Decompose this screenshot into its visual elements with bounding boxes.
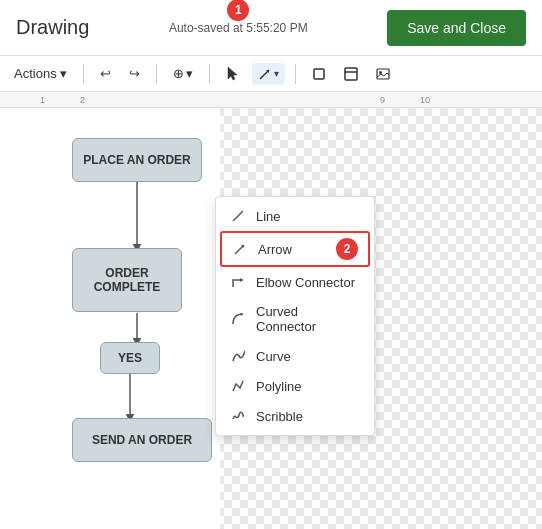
menu-item-curved-label: Curved Connector bbox=[256, 304, 360, 334]
ruler-mark-2: 2 bbox=[80, 95, 85, 105]
arrow-icon bbox=[232, 241, 248, 257]
menu-item-scribble-label: Scribble bbox=[256, 409, 303, 424]
svg-marker-13 bbox=[240, 278, 243, 282]
shape-icon bbox=[312, 67, 326, 81]
menu-item-polyline[interactable]: Polyline bbox=[216, 371, 374, 401]
header: Drawing 1 Auto-saved at 5:55:20 PM Save … bbox=[0, 0, 542, 56]
ruler-mark-1: 1 bbox=[40, 95, 45, 105]
canvas-area: PLACE AN ORDER ORDER COMPLETE YES SEND A… bbox=[0, 108, 542, 529]
ruler-mark-9: 9 bbox=[380, 95, 385, 105]
separator-4 bbox=[295, 64, 296, 84]
line-tool-chevron-icon: ▾ bbox=[274, 68, 279, 79]
badge-2: 2 bbox=[336, 238, 358, 260]
menu-item-curved[interactable]: Curved Connector bbox=[216, 297, 374, 341]
actions-chevron-icon: ▾ bbox=[60, 66, 67, 81]
menu-item-elbow[interactable]: Elbow Connector bbox=[216, 267, 374, 297]
svg-point-6 bbox=[379, 71, 382, 74]
redo-button[interactable]: ↪ bbox=[123, 62, 146, 85]
menu-item-curve[interactable]: Curve bbox=[216, 341, 374, 371]
save-close-button[interactable]: Save and Close bbox=[387, 10, 526, 46]
menu-item-elbow-label: Elbow Connector bbox=[256, 275, 355, 290]
separator-1 bbox=[83, 64, 84, 84]
elbow-connector-icon bbox=[230, 274, 246, 290]
zoom-chevron-icon: ▾ bbox=[186, 66, 193, 81]
flow-box-place-order[interactable]: PLACE AN ORDER bbox=[72, 138, 202, 182]
zoom-icon: ⊕ bbox=[173, 66, 184, 81]
curved-connector-icon bbox=[230, 311, 246, 327]
menu-item-scribble[interactable]: Scribble bbox=[216, 401, 374, 431]
separator-2 bbox=[156, 64, 157, 84]
menu-item-arrow-label: Arrow bbox=[258, 242, 292, 257]
menu-item-polyline-label: Polyline bbox=[256, 379, 302, 394]
flow-box-yes[interactable]: YES bbox=[100, 342, 160, 374]
line-tool-dropdown: Line Arrow 2 Elb bbox=[215, 196, 375, 436]
separator-3 bbox=[209, 64, 210, 84]
shape-tool-button[interactable] bbox=[306, 63, 332, 85]
container-icon bbox=[344, 67, 358, 81]
undo-icon: ↩ bbox=[100, 66, 111, 81]
menu-item-curve-label: Curve bbox=[256, 349, 291, 364]
svg-rect-2 bbox=[314, 69, 324, 79]
svg-rect-3 bbox=[345, 68, 357, 80]
zoom-button[interactable]: ⊕ ▾ bbox=[167, 62, 199, 85]
flow-box-order-complete[interactable]: ORDER COMPLETE bbox=[72, 248, 182, 312]
autosave-section: 1 Auto-saved at 5:55:20 PM bbox=[169, 21, 308, 35]
toolbar: Actions ▾ ↩ ↪ ⊕ ▾ ▾ bbox=[0, 56, 542, 92]
image-tool-button[interactable] bbox=[370, 63, 396, 85]
ruler: 1 2 9 10 bbox=[0, 92, 542, 108]
curve-icon bbox=[230, 348, 246, 364]
select-tool-button[interactable] bbox=[220, 62, 246, 86]
autosave-label: Auto-saved at 5:55:20 PM bbox=[169, 21, 308, 35]
arrow-line-icon bbox=[258, 67, 272, 81]
scribble-icon bbox=[230, 408, 246, 424]
undo-button[interactable]: ↩ bbox=[94, 62, 117, 85]
page-title: Drawing bbox=[16, 16, 89, 39]
line-icon bbox=[230, 208, 246, 224]
image-icon bbox=[376, 67, 390, 81]
ruler-mark-10: 10 bbox=[420, 95, 430, 105]
svg-rect-5 bbox=[377, 69, 389, 79]
menu-item-line-label: Line bbox=[256, 209, 281, 224]
polyline-icon bbox=[230, 378, 246, 394]
line-tool-button[interactable]: ▾ bbox=[252, 63, 285, 85]
menu-item-arrow[interactable]: Arrow 2 bbox=[220, 231, 370, 267]
actions-label: Actions bbox=[14, 66, 57, 81]
actions-button[interactable]: Actions ▾ bbox=[8, 62, 73, 85]
container-tool-button[interactable] bbox=[338, 63, 364, 85]
cursor-icon bbox=[226, 66, 240, 82]
badge-1: 1 bbox=[227, 0, 249, 21]
svg-line-10 bbox=[233, 211, 243, 221]
menu-item-line[interactable]: Line bbox=[216, 201, 374, 231]
flow-box-send-order[interactable]: SEND AN ORDER bbox=[72, 418, 212, 462]
redo-icon: ↪ bbox=[129, 66, 140, 81]
